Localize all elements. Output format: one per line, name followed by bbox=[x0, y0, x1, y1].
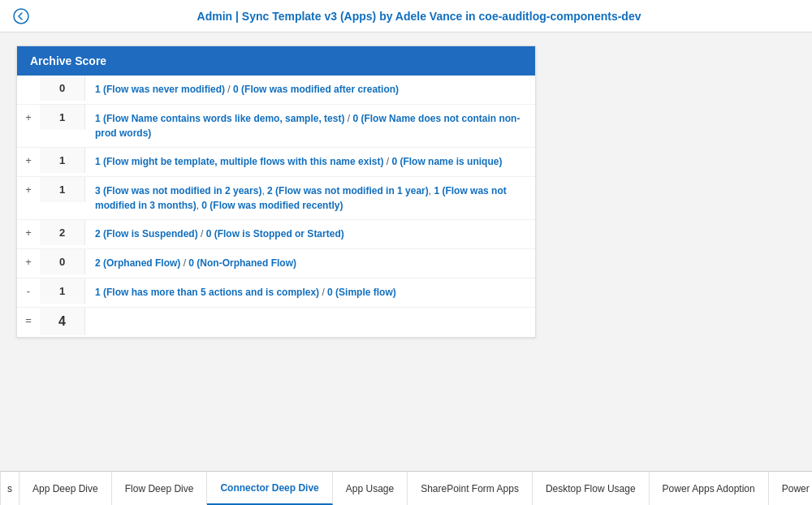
score-row: + 1 1 (Flow Name contains words like dem… bbox=[17, 105, 535, 148]
operator-cell: - bbox=[17, 278, 40, 304]
highlight-text: 1 (Flow has more than 5 actions and is c… bbox=[95, 287, 319, 298]
result-cell: 1 (Flow has more than 5 actions and is c… bbox=[85, 278, 535, 306]
operator-cell: + bbox=[17, 249, 40, 274]
highlight-text: 0 (Flow was modified after creation) bbox=[233, 84, 399, 95]
score-row: + 1 1 (Flow might be template, multiple … bbox=[17, 148, 535, 177]
score-row: 0 1 (Flow was never modified) / 0 (Flow … bbox=[17, 76, 535, 105]
tab-app-usage[interactable]: App Usage bbox=[333, 472, 408, 505]
highlight-text: 0 (Simple flow) bbox=[327, 287, 396, 298]
operator-cell: + bbox=[17, 105, 40, 130]
score-row: + 0 2 (Orphaned Flow) / 0 (Non-Orphaned … bbox=[17, 249, 535, 278]
svg-point-0 bbox=[14, 9, 28, 24]
main-content: Archive Score 0 1 (Flow was never modifi… bbox=[0, 32, 812, 471]
result-cell: 1 (Flow was never modified) / 0 (Flow wa… bbox=[85, 76, 535, 103]
operator-cell: + bbox=[17, 177, 40, 202]
tab-flow-deep-dive[interactable]: Flow Deep Dive bbox=[112, 472, 208, 505]
tab-app-deep-dive[interactable]: App Deep Dive bbox=[19, 472, 112, 505]
tab-connector-deep-dive[interactable]: Connector Deep Dive bbox=[207, 472, 332, 505]
archive-score-card: Archive Score 0 1 (Flow was never modifi… bbox=[16, 45, 536, 338]
highlight-text: 2 (Flow was not modified in 1 year) bbox=[267, 185, 429, 196]
score-row-total: = 4 bbox=[17, 308, 535, 337]
highlight-text: 3 (Flow was not modified in 2 years) bbox=[95, 185, 261, 196]
tab-bar: s App Deep Dive Flow Deep Dive Connector… bbox=[0, 471, 812, 505]
number-cell: 1 bbox=[40, 278, 85, 304]
number-cell: 0 bbox=[40, 249, 85, 274]
score-row: + 1 3 (Flow was not modified in 2 years)… bbox=[17, 177, 535, 220]
header: Admin | Sync Template v3 (Apps) by Adele… bbox=[0, 0, 812, 32]
operator-cell: + bbox=[17, 148, 40, 173]
number-cell: 1 bbox=[40, 148, 85, 173]
highlight-text: 1 (Flow was never modified) bbox=[95, 84, 225, 95]
tab-power-platform[interactable]: Power Platform bbox=[769, 472, 812, 505]
result-cell: 1 (Flow Name contains words like demo, s… bbox=[85, 105, 535, 147]
tab-desktop-flow-usage[interactable]: Desktop Flow Usage bbox=[533, 472, 650, 505]
highlight-text: 1 (Flow might be template, multiple flow… bbox=[95, 156, 383, 167]
highlight-text: 0 (Flow is Stopped or Started) bbox=[206, 228, 344, 240]
back-button[interactable] bbox=[13, 8, 29, 24]
tab-sharepoint-form-apps[interactable]: SharePoint Form Apps bbox=[408, 472, 533, 505]
score-row: - 1 1 (Flow has more than 5 actions and … bbox=[17, 278, 535, 308]
operator-cell: + bbox=[17, 220, 40, 245]
result-cell: 2 (Orphaned Flow) / 0 (Non-Orphaned Flow… bbox=[85, 249, 535, 277]
tab-power-apps-adoption[interactable]: Power Apps Adoption bbox=[650, 472, 769, 505]
tab-s[interactable]: s bbox=[0, 472, 19, 505]
highlight-text: 0 (Flow name is unique) bbox=[391, 156, 502, 167]
result-cell bbox=[85, 308, 535, 321]
number-cell: 2 bbox=[40, 220, 85, 245]
result-cell: 3 (Flow was not modified in 2 years), 2 … bbox=[85, 177, 535, 219]
result-cell: 1 (Flow might be template, multiple flow… bbox=[85, 148, 535, 175]
highlight-text: 2 (Orphaned Flow) bbox=[95, 257, 180, 269]
highlight-text: 2 (Flow is Suspended) bbox=[95, 228, 198, 240]
number-cell: 0 bbox=[40, 76, 85, 101]
card-header: Archive Score bbox=[17, 46, 535, 76]
highlight-text: 1 (Flow Name contains words like demo, s… bbox=[95, 113, 344, 124]
number-cell: 1 bbox=[40, 105, 85, 130]
operator-cell bbox=[17, 76, 40, 88]
highlight-text: 0 (Flow was modified recently) bbox=[201, 200, 343, 211]
page-title: Admin | Sync Template v3 (Apps) by Adele… bbox=[39, 10, 799, 23]
operator-cell: = bbox=[17, 308, 40, 333]
total-score: 4 bbox=[40, 308, 85, 335]
score-row: + 2 2 (Flow is Suspended) / 0 (Flow is S… bbox=[17, 220, 535, 249]
result-cell: 2 (Flow is Suspended) / 0 (Flow is Stopp… bbox=[85, 220, 535, 248]
number-cell: 1 bbox=[40, 177, 85, 202]
highlight-text: 0 (Non-Orphaned Flow) bbox=[188, 257, 296, 269]
